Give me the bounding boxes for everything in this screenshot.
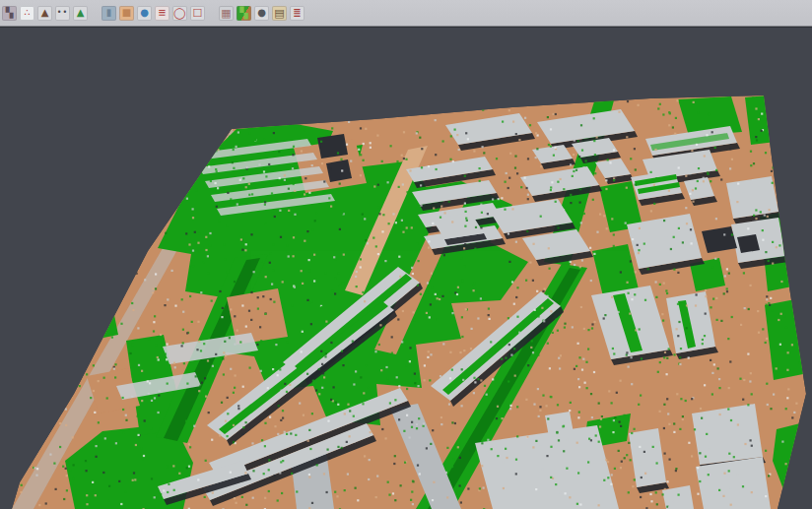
ortho-image-icon[interactable]: ■	[119, 6, 134, 21]
rect-selection-icon[interactable]: ☐	[190, 6, 205, 21]
view-sphere-icon[interactable]: ●	[254, 6, 269, 21]
pond-patch	[737, 234, 760, 253]
building-roof	[692, 404, 763, 465]
pond-patch	[317, 134, 348, 159]
terrain-mountain-icon[interactable]: ▲	[37, 6, 52, 21]
grid-view-icon[interactable]: ▦	[219, 6, 234, 21]
cross-sections-icon[interactable]: ≣	[290, 6, 304, 21]
side-panel-icon[interactable]: ▮	[102, 6, 116, 21]
pond-patch	[326, 159, 352, 182]
export-data-icon[interactable]: ▤	[272, 6, 287, 21]
building-roof	[726, 176, 778, 219]
app-window: ▚∴▲••▲▮■●≡◯☐▦▚●▤≣	[0, 0, 812, 509]
pick-points-icon[interactable]: ∴	[20, 6, 34, 21]
layer-list-icon[interactable]: ≡	[155, 6, 169, 21]
viewport-3d[interactable]	[0, 0, 812, 509]
sample-points-icon[interactable]: ••	[55, 6, 70, 21]
select-tool-icon[interactable]: ▚	[2, 6, 17, 21]
circle-selection-icon[interactable]: ◯	[172, 6, 187, 21]
point-cloud-scene	[0, 0, 812, 509]
toolbar: ▚∴▲••▲▮■●≡◯☐▦▚●▤≣	[0, 0, 812, 27]
globe-view-icon[interactable]: ●	[137, 6, 152, 21]
toolbar-group-3: ▦▚●▤≣	[219, 6, 304, 21]
toolbar-group-2: ▮■●≡◯☐	[102, 6, 205, 21]
toolbar-group-1: ▚∴▲••▲	[2, 6, 88, 21]
classification-map-icon[interactable]: ▚	[237, 6, 251, 21]
surface-model-icon[interactable]: ▲	[73, 6, 88, 21]
